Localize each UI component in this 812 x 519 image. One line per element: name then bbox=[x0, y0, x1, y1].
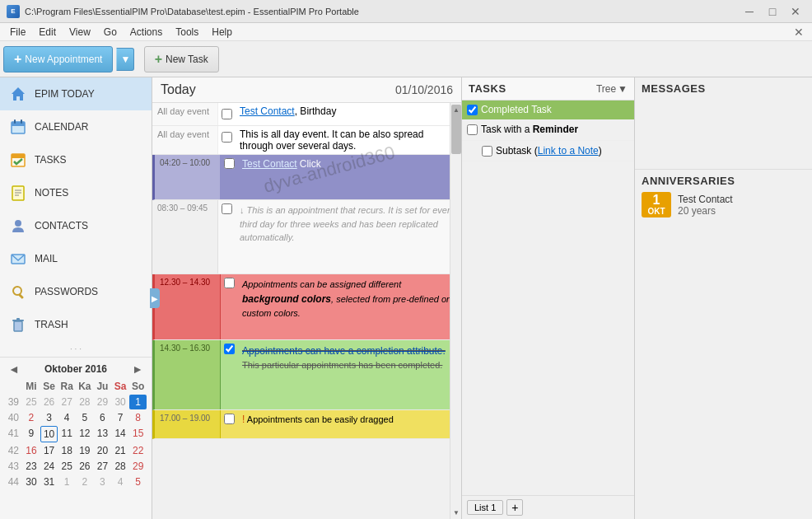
appointment-allday2[interactable]: All day event This is all day event. It … bbox=[152, 126, 461, 155]
sidebar-item-epim-today[interactable]: EPIM TODAY bbox=[0, 77, 152, 110]
sidebar-item-notes[interactable]: NOTES bbox=[0, 176, 152, 209]
sidebar-item-contacts[interactable]: CONTACTS bbox=[0, 209, 152, 242]
list-item[interactable]: 30 bbox=[112, 395, 129, 409]
sidebar-item-trash[interactable]: TRASH bbox=[0, 308, 152, 341]
apt-checkbox[interactable] bbox=[218, 103, 235, 125]
list-item[interactable]: 11 bbox=[58, 426, 76, 442]
list-item[interactable]: 22 bbox=[129, 443, 147, 458]
mini-cal-selected[interactable]: 10 bbox=[40, 426, 58, 442]
apt-checkbox[interactable] bbox=[218, 200, 235, 274]
apt-checkbox[interactable] bbox=[221, 340, 237, 409]
list-item[interactable]: 31 bbox=[40, 475, 58, 489]
close-button[interactable]: ✕ bbox=[786, 4, 805, 19]
mini-cal-prev-button[interactable]: ◄ bbox=[5, 362, 23, 376]
list-item[interactable]: 30 bbox=[23, 475, 40, 489]
list-item[interactable]: 5 bbox=[77, 410, 94, 425]
contact-link[interactable]: Test Contact bbox=[240, 105, 295, 117]
menu-file[interactable]: File bbox=[3, 25, 32, 40]
list-item[interactable]: 1 bbox=[58, 475, 76, 489]
list-item[interactable]: 4 bbox=[112, 475, 129, 489]
scroll-up-icon[interactable]: ▲ bbox=[452, 105, 460, 115]
appointment-3[interactable]: 12.30 – 14.30 Appointments can be assign… bbox=[152, 274, 461, 340]
list-item[interactable]: 24 bbox=[40, 459, 58, 474]
appointment-1[interactable]: 04:20 – 10:00 dyva-android360 Test Conta… bbox=[152, 155, 461, 200]
panel-close-icon[interactable]: ✕ bbox=[789, 26, 809, 39]
scroll-down-icon[interactable]: ▼ bbox=[452, 507, 460, 517]
list-item[interactable]: 4 bbox=[58, 410, 76, 425]
sidebar-item-calendar[interactable]: CALENDAR bbox=[0, 110, 152, 143]
list-item[interactable]: 2 bbox=[77, 475, 94, 489]
list-item[interactable]: 9 bbox=[23, 426, 40, 442]
new-appointment-button[interactable]: + New Appointment bbox=[3, 46, 113, 72]
appointment-4[interactable]: 14.30 – 16.30 Appointments can have a co… bbox=[152, 340, 461, 410]
menu-tools[interactable]: Tools bbox=[169, 25, 205, 40]
list-item[interactable]: 15 bbox=[129, 426, 147, 442]
sidebar: EPIM TODAY CALENDAR TASKS NOTES CONTACTS bbox=[0, 77, 152, 519]
task-item-completed[interactable]: Completed Task bbox=[462, 101, 634, 119]
apt-checkbox[interactable] bbox=[221, 155, 237, 199]
menu-help[interactable]: Help bbox=[205, 25, 239, 40]
list-item[interactable]: 8 bbox=[129, 410, 147, 425]
completion-link[interactable]: Appointments can have a completion attri… bbox=[242, 345, 446, 357]
list-item[interactable]: 28 bbox=[77, 395, 94, 409]
menu-go[interactable]: Go bbox=[97, 25, 124, 40]
list-item[interactable]: 16 bbox=[23, 443, 40, 458]
task-checkbox-3[interactable] bbox=[482, 146, 492, 157]
menu-view[interactable]: View bbox=[63, 25, 97, 40]
sidebar-item-passwords[interactable]: PASSWORDS bbox=[0, 275, 152, 308]
new-appointment-dropdown-button[interactable]: ▼ bbox=[116, 48, 134, 71]
list-item[interactable]: 21 bbox=[112, 443, 129, 458]
list-item[interactable]: 29 bbox=[129, 459, 147, 474]
task-checkbox-1[interactable] bbox=[467, 105, 478, 115]
list-item[interactable]: 13 bbox=[94, 426, 111, 442]
menu-actions[interactable]: Actions bbox=[124, 25, 169, 40]
list-item[interactable]: 25 bbox=[58, 459, 76, 474]
apt-checkbox[interactable] bbox=[221, 410, 237, 438]
new-task-button[interactable]: + New Task bbox=[144, 46, 219, 72]
resize-handle[interactable]: · · · bbox=[0, 341, 152, 357]
tasks-view-dropdown-icon[interactable]: ▼ bbox=[618, 83, 628, 95]
mini-cal-next-button[interactable]: ► bbox=[128, 362, 147, 376]
list-item[interactable]: 6 bbox=[94, 410, 111, 425]
tasks-view-selector[interactable]: Tree ▼ bbox=[596, 83, 628, 95]
list-item[interactable]: 27 bbox=[58, 395, 76, 409]
list-item[interactable]: 5 bbox=[129, 475, 147, 489]
list-item[interactable]: 3 bbox=[94, 475, 111, 489]
list-item[interactable]: 25 bbox=[23, 395, 40, 409]
list-item[interactable]: 20 bbox=[94, 443, 111, 458]
task-item-subtask[interactable]: Subtask (Link to a Note) bbox=[462, 141, 634, 162]
contact-link[interactable]: Test Contact bbox=[242, 158, 297, 170]
sidebar-item-mail[interactable]: MAIL bbox=[0, 242, 152, 275]
list-item[interactable]: 7 bbox=[112, 410, 129, 425]
task-checkbox-2[interactable] bbox=[467, 124, 478, 135]
list-tab-button[interactable]: List 1 bbox=[467, 500, 503, 515]
appointment-2[interactable]: 08:30 – 09:45 ↓ This is an appointment t… bbox=[152, 200, 461, 274]
mini-cal-today[interactable]: 1 bbox=[129, 395, 147, 409]
list-item[interactable]: 28 bbox=[112, 459, 129, 474]
list-item[interactable]: 2 bbox=[23, 410, 40, 425]
sidebar-item-tasks[interactable]: TASKS bbox=[0, 143, 152, 176]
list-item[interactable]: 18 bbox=[58, 443, 76, 458]
maximize-button[interactable]: □ bbox=[763, 4, 782, 19]
list-item[interactable]: 14 bbox=[112, 426, 129, 442]
apt-checkbox[interactable] bbox=[221, 274, 237, 339]
list-item[interactable]: 27 bbox=[94, 459, 111, 474]
list-item[interactable]: 17 bbox=[40, 443, 58, 458]
list-item[interactable]: 19 bbox=[77, 443, 94, 458]
appointment-allday1[interactable]: All day event Test Contact, Birthday bbox=[152, 103, 461, 126]
list-item[interactable]: 26 bbox=[40, 395, 58, 409]
apt-checkbox[interactable] bbox=[218, 126, 235, 154]
list-item[interactable]: 12 bbox=[77, 426, 94, 442]
appointment-5[interactable]: 17.00 – 19.00 ! Appointments can be easi… bbox=[152, 410, 461, 439]
list-item[interactable]: 3 bbox=[40, 410, 58, 425]
minimize-button[interactable]: ─ bbox=[740, 4, 759, 19]
list-item[interactable]: 26 bbox=[77, 459, 94, 474]
list-item[interactable]: 23 bbox=[23, 459, 40, 474]
sidebar-expand-arrow[interactable]: ▶ bbox=[150, 288, 160, 308]
scroll-track[interactable]: ▲ ▼ bbox=[450, 103, 461, 519]
menu-edit[interactable]: Edit bbox=[32, 25, 63, 40]
list-item[interactable]: 29 bbox=[94, 395, 111, 409]
add-list-button[interactable]: + bbox=[506, 499, 523, 516]
task-item-reminder[interactable]: Task with a Reminder bbox=[462, 119, 634, 141]
note-link[interactable]: Link to a Note bbox=[538, 145, 599, 157]
